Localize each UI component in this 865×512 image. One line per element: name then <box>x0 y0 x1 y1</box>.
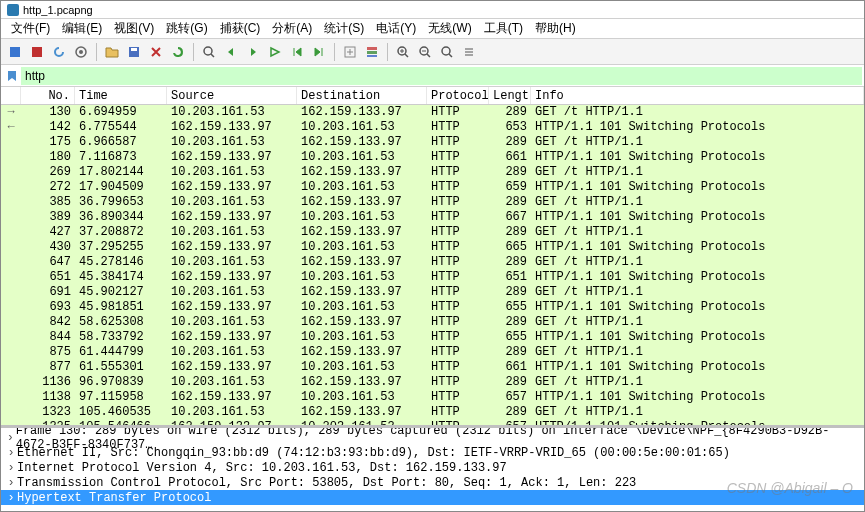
zoom-out-button[interactable] <box>415 42 435 62</box>
packet-row[interactable]: 84258.62530810.203.161.53162.159.133.97H… <box>1 315 864 330</box>
close-button[interactable] <box>146 42 166 62</box>
cell-length: 289 <box>489 165 531 180</box>
col-header-protocol[interactable]: Protocol <box>427 87 489 104</box>
detail-ip[interactable]: ›Internet Protocol Version 4, Src: 10.20… <box>1 460 864 475</box>
display-filter-input[interactable] <box>21 67 862 85</box>
cell-length: 289 <box>489 105 531 120</box>
cell-length: 661 <box>489 360 531 375</box>
autoscroll-button[interactable] <box>340 42 360 62</box>
cell-length: 659 <box>489 180 531 195</box>
packet-row[interactable]: 26917.80214410.203.161.53162.159.133.97H… <box>1 165 864 180</box>
cell-info: HTTP/1.1 101 Switching Protocols <box>531 390 864 405</box>
zoom-reset-button[interactable] <box>437 42 457 62</box>
cell-protocol: HTTP <box>427 210 489 225</box>
col-header-no[interactable]: No. <box>21 87 75 104</box>
packet-row[interactable]: 87761.555301162.159.133.9710.203.161.53H… <box>1 360 864 375</box>
menu-telephony[interactable]: 电话(Y) <box>370 20 422 37</box>
expand-icon[interactable]: › <box>5 446 17 460</box>
row-guide <box>1 315 21 330</box>
menu-goto[interactable]: 跳转(G) <box>160 20 213 37</box>
capture-options-button[interactable] <box>71 42 91 62</box>
find-button[interactable] <box>199 42 219 62</box>
packet-row[interactable]: 65145.384174162.159.133.9710.203.161.53H… <box>1 270 864 285</box>
open-file-button[interactable] <box>102 42 122 62</box>
packet-row[interactable]: 42737.20887210.203.161.53162.159.133.97H… <box>1 225 864 240</box>
expand-icon[interactable]: › <box>5 476 17 490</box>
col-header-destination[interactable]: Destination <box>297 87 427 104</box>
menu-tools[interactable]: 工具(T) <box>478 20 529 37</box>
restart-capture-button[interactable] <box>49 42 69 62</box>
menu-edit[interactable]: 编辑(E) <box>56 20 108 37</box>
packet-row[interactable]: 1756.96658710.203.161.53162.159.133.97HT… <box>1 135 864 150</box>
expand-icon[interactable]: › <box>5 431 16 445</box>
resize-columns-button[interactable] <box>459 42 479 62</box>
packet-row[interactable]: 84458.733792162.159.133.9710.203.161.53H… <box>1 330 864 345</box>
svg-point-16 <box>442 47 450 55</box>
goto-last-button[interactable] <box>309 42 329 62</box>
reload-button[interactable] <box>168 42 188 62</box>
packet-row[interactable]: →1306.69495910.203.161.53162.159.133.97H… <box>1 105 864 120</box>
expand-icon[interactable]: › <box>5 491 17 505</box>
cell-protocol: HTTP <box>427 345 489 360</box>
packet-row[interactable]: 38536.79965310.203.161.53162.159.133.97H… <box>1 195 864 210</box>
packet-row[interactable]: ←1426.775544162.159.133.9710.203.161.53H… <box>1 120 864 135</box>
menu-analyze[interactable]: 分析(A) <box>266 20 318 37</box>
col-header-time[interactable]: Time <box>75 87 167 104</box>
menu-view[interactable]: 视图(V) <box>108 20 160 37</box>
cell-length: 665 <box>489 240 531 255</box>
cell-time: 6.966587 <box>75 135 167 150</box>
cell-length: 657 <box>489 390 531 405</box>
col-header-info[interactable]: Info <box>531 87 864 104</box>
packet-row[interactable]: 38936.890344162.159.133.9710.203.161.53H… <box>1 210 864 225</box>
packet-row[interactable]: 43037.295255162.159.133.9710.203.161.53H… <box>1 240 864 255</box>
packet-row[interactable]: 113897.115958162.159.133.9710.203.161.53… <box>1 390 864 405</box>
cell-destination: 162.159.133.97 <box>297 105 427 120</box>
cell-time: 37.208872 <box>75 225 167 240</box>
go-forward-button[interactable] <box>243 42 263 62</box>
goto-packet-button[interactable] <box>265 42 285 62</box>
detail-tcp[interactable]: ›Transmission Control Protocol, Src Port… <box>1 475 864 490</box>
menu-stats[interactable]: 统计(S) <box>318 20 370 37</box>
cell-source: 10.203.161.53 <box>167 225 297 240</box>
menu-file[interactable]: 文件(F) <box>5 20 56 37</box>
packet-details[interactable]: ›Frame 130: 289 bytes on wire (2312 bits… <box>1 425 864 511</box>
detail-http[interactable]: ›Hypertext Transfer Protocol <box>1 490 864 505</box>
colorize-button[interactable] <box>362 42 382 62</box>
cell-destination: 10.203.161.53 <box>297 180 427 195</box>
detail-frame[interactable]: ›Frame 130: 289 bytes on wire (2312 bits… <box>1 430 864 445</box>
row-guide: → <box>1 105 21 120</box>
menu-capture[interactable]: 捕获(C) <box>214 20 267 37</box>
col-header-length[interactable]: Length <box>489 87 531 104</box>
cell-source: 162.159.133.97 <box>167 360 297 375</box>
packet-row[interactable]: 69145.90212710.203.161.53162.159.133.97H… <box>1 285 864 300</box>
toolbar-separator <box>193 43 194 61</box>
packet-row[interactable]: 1807.116873162.159.133.9710.203.161.53HT… <box>1 150 864 165</box>
cell-protocol: HTTP <box>427 300 489 315</box>
packet-row[interactable]: 64745.27814610.203.161.53162.159.133.97H… <box>1 255 864 270</box>
cell-time: 58.625308 <box>75 315 167 330</box>
packet-row[interactable]: 113696.97083910.203.161.53162.159.133.97… <box>1 375 864 390</box>
menu-help[interactable]: 帮助(H) <box>529 20 582 37</box>
cell-protocol: HTTP <box>427 195 489 210</box>
save-button[interactable] <box>124 42 144 62</box>
cell-source: 10.203.161.53 <box>167 375 297 390</box>
packet-list[interactable]: No. Time Source Destination Protocol Len… <box>1 87 864 425</box>
packet-row[interactable]: 87561.44479910.203.161.53162.159.133.97H… <box>1 345 864 360</box>
bookmark-filter-icon[interactable] <box>3 67 21 85</box>
stop-capture-button[interactable] <box>27 42 47 62</box>
cell-no: 1136 <box>21 375 75 390</box>
packet-row[interactable]: 1323105.46053510.203.161.53162.159.133.9… <box>1 405 864 420</box>
packet-list-header: No. Time Source Destination Protocol Len… <box>1 87 864 105</box>
start-capture-button[interactable] <box>5 42 25 62</box>
svg-point-3 <box>79 50 83 54</box>
go-back-button[interactable] <box>221 42 241 62</box>
packet-row[interactable]: 69345.981851162.159.133.9710.203.161.53H… <box>1 300 864 315</box>
svg-rect-1 <box>32 47 42 57</box>
goto-first-button[interactable] <box>287 42 307 62</box>
expand-icon[interactable]: › <box>5 461 17 475</box>
col-header-source[interactable]: Source <box>167 87 297 104</box>
cell-source: 162.159.133.97 <box>167 150 297 165</box>
packet-row[interactable]: 27217.904509162.159.133.9710.203.161.53H… <box>1 180 864 195</box>
menu-wireless[interactable]: 无线(W) <box>422 20 477 37</box>
zoom-in-button[interactable] <box>393 42 413 62</box>
